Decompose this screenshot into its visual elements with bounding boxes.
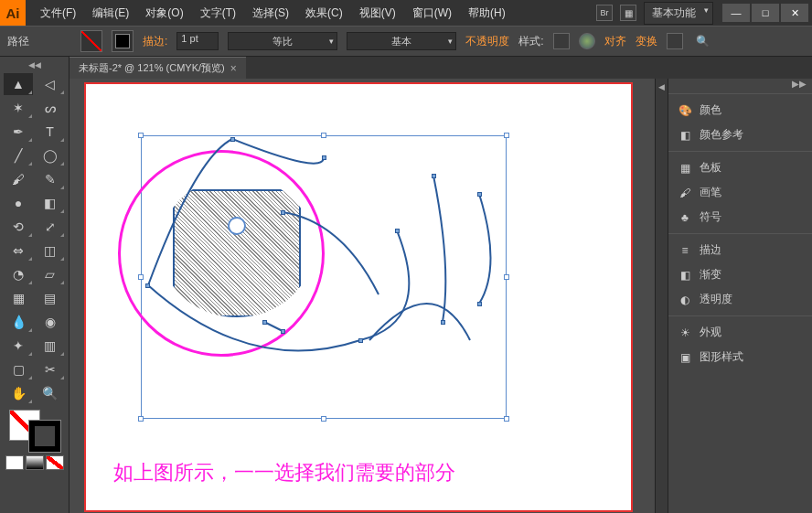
- anchor-point[interactable]: [281, 210, 285, 215]
- close-button[interactable]: ✕: [781, 4, 808, 22]
- menu-view[interactable]: 视图(V): [352, 2, 403, 25]
- none-mode-button[interactable]: [46, 455, 64, 470]
- anchor-point[interactable]: [441, 320, 445, 325]
- transform-label[interactable]: 变换: [636, 34, 657, 49]
- panel-label: 颜色参考: [700, 127, 743, 143]
- opacity-label[interactable]: 不透明度: [465, 34, 509, 49]
- pencil-tool[interactable]: ✎: [36, 168, 65, 190]
- anchor-point[interactable]: [281, 329, 285, 334]
- menu-help[interactable]: 帮助(H): [461, 2, 513, 25]
- slice-tool[interactable]: ✂: [36, 358, 65, 380]
- panel-symbols[interactable]: ♣ 符号: [668, 205, 812, 230]
- gradient-mode-button[interactable]: [26, 455, 44, 470]
- bridge-icon[interactable]: Br: [596, 5, 613, 21]
- recolor-icon[interactable]: [579, 33, 595, 49]
- title-bar: Ai 文件(F) 编辑(E) 对象(O) 文字(T) 选择(S) 效果(C) 视…: [0, 0, 812, 26]
- zoom-tool[interactable]: 🔍: [36, 382, 65, 404]
- panel-color[interactable]: 🎨 颜色: [668, 98, 812, 123]
- style-dropdown[interactable]: [553, 33, 570, 49]
- tools-collapse-icon[interactable]: ◀◀: [4, 60, 65, 73]
- anchor-point[interactable]: [432, 174, 436, 178]
- hand-tool[interactable]: ✋: [4, 382, 33, 404]
- free-transform-tool[interactable]: ◫: [36, 240, 65, 262]
- search-icon[interactable]: 🔍: [692, 32, 714, 50]
- type-tool[interactable]: T: [36, 121, 65, 143]
- menu-object[interactable]: 对象(O): [138, 2, 190, 25]
- blob-brush-tool[interactable]: ●: [4, 192, 33, 214]
- color-mode-button[interactable]: [5, 455, 24, 470]
- panel-swatches[interactable]: ▦ 色板: [668, 155, 812, 180]
- panel-gradient[interactable]: ◧ 渐变: [668, 262, 812, 287]
- minimize-button[interactable]: —: [722, 4, 750, 22]
- panel-transparency[interactable]: ◐ 透明度: [668, 287, 812, 312]
- maximize-button[interactable]: □: [752, 4, 779, 22]
- selection-tool[interactable]: ▲: [4, 73, 33, 95]
- gradient-icon: ◧: [678, 268, 692, 283]
- gradient-tool[interactable]: ▤: [36, 287, 65, 309]
- stroke-weight-input[interactable]: 1 pt: [176, 32, 219, 50]
- artboard[interactable]: 如上图所示，一一选择我们需要的部分: [84, 82, 633, 512]
- ellipse-tool[interactable]: ◯: [36, 144, 65, 166]
- canvas-area[interactable]: 如上图所示，一一选择我们需要的部分: [69, 79, 655, 513]
- stroke-indicator[interactable]: [29, 421, 60, 452]
- path-curves[interactable]: [86, 84, 631, 510]
- scale-tool[interactable]: ⤢: [36, 216, 65, 238]
- line-tool[interactable]: ╱: [4, 144, 33, 166]
- transparency-icon: ◐: [678, 293, 692, 307]
- eyedropper-tool[interactable]: 💧: [4, 311, 33, 333]
- menu-edit[interactable]: 编辑(E): [85, 2, 136, 25]
- menu-effect[interactable]: 效果(C): [298, 2, 350, 25]
- width-tool[interactable]: ⇔: [4, 240, 33, 262]
- menu-window[interactable]: 窗口(W): [405, 2, 459, 25]
- fill-swatch[interactable]: [80, 30, 102, 52]
- anchor-point[interactable]: [322, 155, 326, 160]
- document-tab[interactable]: 未标题-2* @ 121% (CMYK/预览) ×: [69, 57, 246, 79]
- stroke-icon: ≡: [678, 243, 692, 258]
- anchor-point[interactable]: [230, 137, 235, 142]
- anchor-point[interactable]: [477, 192, 482, 197]
- anchor-point[interactable]: [477, 302, 482, 306]
- column-graph-tool[interactable]: ▥: [36, 335, 65, 357]
- perspective-tool[interactable]: ▱: [36, 263, 65, 285]
- panel-brushes[interactable]: 🖌 画笔: [668, 180, 812, 205]
- anchor-point[interactable]: [358, 338, 363, 343]
- panel-color-guide[interactable]: ◧ 颜色参考: [668, 123, 812, 147]
- artboard-tool[interactable]: ▢: [4, 358, 33, 380]
- magic-wand-tool[interactable]: ✶: [4, 97, 33, 119]
- anchor-point[interactable]: [395, 229, 400, 233]
- shape-builder-tool[interactable]: ◔: [4, 263, 33, 285]
- align-label[interactable]: 对齐: [604, 34, 626, 49]
- swatches-icon: ▦: [678, 161, 692, 176]
- panel-graphic-styles[interactable]: ▣ 图形样式: [668, 345, 812, 369]
- direct-selection-tool[interactable]: ◁: [36, 73, 65, 95]
- symbol-sprayer-tool[interactable]: ✦: [4, 335, 33, 357]
- rotate-tool[interactable]: ⟲: [4, 216, 33, 238]
- brush-definition-dropdown[interactable]: 基本: [347, 32, 456, 50]
- anchor-point[interactable]: [262, 320, 267, 325]
- paintbrush-tool[interactable]: 🖌: [4, 168, 33, 190]
- pen-tool[interactable]: ✒: [4, 121, 33, 143]
- menu-file[interactable]: 文件(F): [33, 2, 83, 25]
- lasso-tool[interactable]: ᔕ: [36, 97, 65, 119]
- workspace-switcher[interactable]: 基本功能: [644, 2, 713, 25]
- menu-select[interactable]: 选择(S): [245, 2, 296, 25]
- panel-dock-collapse[interactable]: ◀: [655, 79, 668, 513]
- mesh-tool[interactable]: ▦: [4, 287, 33, 309]
- menu-type[interactable]: 文字(T): [193, 2, 243, 25]
- anchor-point[interactable]: [145, 283, 150, 288]
- stroke-swatch[interactable]: [112, 30, 134, 52]
- panels-collapse-icon[interactable]: ▶▶: [668, 79, 812, 93]
- isolate-icon[interactable]: [667, 33, 683, 49]
- blend-tool[interactable]: ◉: [36, 311, 65, 333]
- app-icon: Ai: [0, 0, 26, 26]
- main-area: 如上图所示，一一选择我们需要的部分 ◀ ▶▶ 🎨 颜色 ◧ 颜色参考 ▦ 色板 …: [0, 79, 812, 513]
- style-label: 样式:: [518, 34, 543, 49]
- stroke-profile-dropdown[interactable]: 等比: [228, 32, 337, 50]
- stroke-label[interactable]: 描边:: [143, 34, 167, 49]
- tab-close-icon[interactable]: ×: [230, 62, 237, 75]
- panel-stroke[interactable]: ≡ 描边: [668, 238, 812, 262]
- eraser-tool[interactable]: ◧: [36, 192, 65, 214]
- panel-appearance[interactable]: ☀ 外观: [668, 320, 812, 345]
- fill-stroke-indicator[interactable]: [9, 410, 60, 452]
- arrange-docs-icon[interactable]: ▦: [620, 5, 636, 21]
